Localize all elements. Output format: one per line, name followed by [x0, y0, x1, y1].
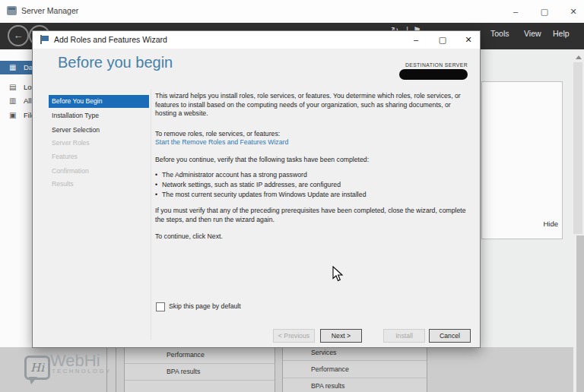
back-arrow-icon: ← [14, 30, 24, 41]
skip-page-checkbox[interactable] [156, 302, 165, 311]
prerequisites-paragraph: If you must verify that any of the prece… [155, 207, 471, 224]
wizard-nav-before-you-begin[interactable]: Before You Begin [49, 95, 149, 108]
dashboard-icon: ▦ [9, 61, 21, 74]
watermark-logo: Hi WebHi TECHNOLOGY [17, 351, 123, 390]
wizard-nav-confirmation: Confirmation [52, 167, 149, 175]
wizard-minimize-button[interactable]: – [405, 31, 427, 48]
scrollbar-track-lower [576, 236, 584, 392]
wizard-nav-features: Features [52, 153, 149, 160]
tile-row[interactable]: Performance [311, 365, 349, 373]
next-button[interactable]: Next > [320, 329, 362, 343]
wizard-nav-server-roles: Server Roles [52, 139, 149, 147]
server-manager-titlebar: Server Manager – ▢ ✕ [0, 0, 584, 24]
task-item: Network settings, such as static IP addr… [155, 181, 471, 190]
server-manager-app-icon [7, 6, 17, 15]
dashboard-tile-left: Performance BPA results [124, 347, 275, 392]
remove-roles-paragraph: To remove roles, role services, or featu… [155, 130, 471, 139]
previous-button: < Previous [273, 329, 315, 343]
install-button: Install [383, 329, 425, 343]
mouse-cursor [332, 266, 344, 283]
wizard-nav-installation-type[interactable]: Installation Type [52, 112, 149, 119]
tile-row[interactable]: BPA results [311, 382, 344, 390]
tile-row[interactable]: Services [311, 349, 336, 356]
tile-row[interactable]: BPA results [167, 368, 200, 375]
wizard-maximize-button[interactable]: ▢ [431, 31, 454, 48]
verify-tasks-paragraph: Before you continue, verify that the fol… [155, 156, 471, 165]
continue-paragraph: To continue, click Next. [155, 232, 471, 242]
tile-row[interactable]: Performance [167, 351, 205, 359]
remove-roles-link[interactable]: Start the Remove Roles and Features Wiza… [155, 138, 471, 146]
skip-page-checkbox-label[interactable]: Skip this page by default [169, 302, 241, 310]
scroll-up-icon[interactable] [576, 55, 582, 59]
local-server-icon: ▤ [9, 81, 21, 94]
file-storage-icon: ▣ [9, 109, 21, 122]
watermark-bubble-tail [29, 377, 37, 384]
minimize-button[interactable]: – [505, 3, 526, 20]
back-button[interactable]: ← [8, 25, 29, 46]
wizard-nav-server-selection[interactable]: Server Selection [52, 126, 149, 134]
intro-paragraph: This wizard helps you install roles, rol… [155, 92, 471, 119]
add-roles-features-wizard-dialog: Add Roles and Features Wizard – ▢ ✕ Befo… [32, 30, 481, 348]
menu-help[interactable]: Help [553, 29, 570, 38]
maximize-button[interactable]: ▢ [534, 3, 555, 20]
task-list: The Administrator account has a strong p… [155, 171, 471, 201]
all-servers-icon: ▥ [9, 94, 21, 108]
menu-view[interactable]: View [524, 29, 541, 38]
task-item: The Administrator account has a strong p… [155, 171, 471, 180]
dashboard-panel [481, 81, 563, 239]
destination-server-redacted [399, 69, 468, 80]
dashboard-tile-right: Services Performance BPA results [282, 347, 427, 392]
task-item: The most current security updates from W… [155, 191, 471, 200]
wizard-title: Add Roles and Features Wizard [54, 35, 167, 44]
destination-server-label: DESTINATION SERVER [316, 62, 468, 68]
close-button[interactable]: ✕ [563, 3, 584, 20]
menu-tools[interactable]: Tools [490, 29, 509, 38]
scrollbar-thumb[interactable] [573, 62, 582, 234]
watermark-subtitle: TECHNOLOGY [52, 368, 112, 375]
window-title: Server Manager [21, 6, 78, 15]
wizard-close-button[interactable]: ✕ [457, 31, 480, 48]
hide-link[interactable]: Hide [532, 220, 558, 228]
page-title: Before you begin [58, 54, 173, 71]
nav-separator [151, 89, 151, 340]
wizard-nav-results: Results [52, 180, 149, 188]
wizard-titlebar: Add Roles and Features Wizard – ▢ ✕ [33, 31, 480, 49]
cancel-button[interactable]: Cancel [429, 329, 471, 343]
screen: Server Manager – ▢ ✕ Server Manager › Da… [0, 0, 584, 392]
wizard-flag-icon [40, 35, 49, 44]
